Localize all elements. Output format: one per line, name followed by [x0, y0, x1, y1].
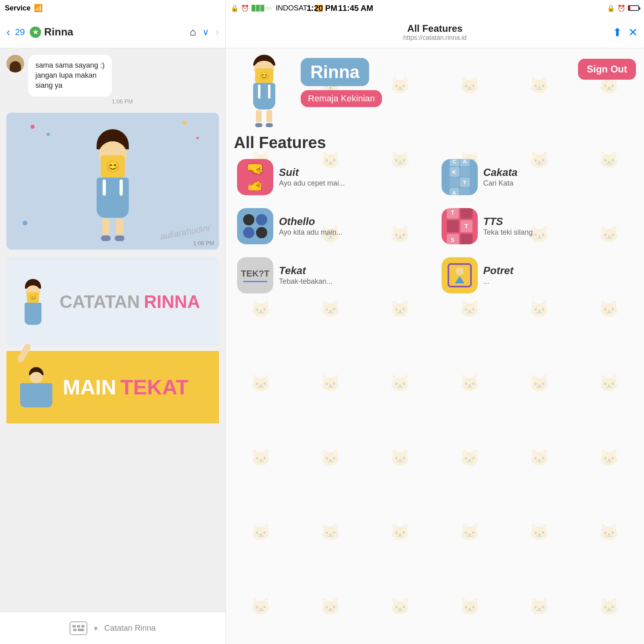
- shield-icon: ★: [30, 27, 41, 38]
- lock-icon-right: 🔒: [607, 4, 615, 12]
- catatan-word2: RINNA: [144, 292, 200, 312]
- forward-icon[interactable]: ›: [215, 26, 219, 38]
- close-icon[interactable]: ✕: [628, 25, 638, 39]
- othello-icon: [237, 208, 273, 244]
- sticker-area: 😊: [6, 113, 219, 250]
- sticker-time: 1:06 PM: [193, 240, 214, 246]
- cakata-icon: C A K T A: [442, 159, 478, 195]
- bottom-title: Catatan Rinna: [104, 623, 156, 633]
- profile-section: 😊 Ri: [226, 48, 644, 134]
- main-tekat-banner[interactable]: MAIN TEKAT: [6, 351, 219, 423]
- battery-indicator-right: ▉▉▉○○: [252, 5, 272, 11]
- sign-out-label: Sign Out: [587, 64, 627, 74]
- right-nav-title: All Features: [407, 23, 462, 34]
- suit-info: Suit Ayo adu cepet mai...: [279, 166, 429, 188]
- right-nav-url: https://catatan.rinna.id: [403, 34, 466, 41]
- message-bubble: sama sama sayang :) jangan lupa makan si…: [28, 55, 112, 97]
- message-text: sama sama sayang :) jangan lupa makan si…: [35, 61, 105, 89]
- right-status-bar: 🔒 ⏰ ▉▉▉○○ INDOSAT... 📶 11:45 AM 🔒 ⏰: [226, 0, 644, 16]
- feature-suit[interactable]: 🤜 🤛 Suit Ayo adu cepet mai...: [234, 156, 432, 198]
- cakata-name: Cakata: [483, 166, 633, 179]
- home-icon[interactable]: ⌂: [190, 26, 196, 38]
- potret-info: Potret ...: [483, 264, 633, 286]
- potret-name: Potret: [483, 264, 633, 277]
- clock-icon-right: ⏰: [617, 4, 625, 12]
- feature-tekat[interactable]: TEK?T Tekat Tebak-tebakan...: [234, 254, 432, 297]
- left-nav-bar: ‹ 29 ★ Rinna ⌂ ∨ ›: [0, 16, 225, 48]
- watermark: auliarahudinr: [159, 223, 212, 242]
- potret-desc: ...: [483, 277, 633, 286]
- tts-info: TTS Teka teki silang: [483, 215, 633, 237]
- features-title-section: All Features: [226, 134, 644, 156]
- tekat-name: Tekat: [279, 264, 429, 277]
- right-nav-bar: All Features https://catatan.rinna.id ⬆ …: [226, 16, 644, 48]
- carrier-left: Service: [5, 4, 31, 12]
- profile-name: Rinna: [310, 62, 359, 82]
- name-bubble: Rinna: [301, 58, 369, 86]
- tts-name: TTS: [483, 215, 633, 228]
- time-left: 1:20 PM: [307, 4, 337, 13]
- nav-contact-name: ★ Rinna: [30, 26, 73, 38]
- suit-desc: Ayo adu cepet mai...: [279, 179, 429, 188]
- feature-tts[interactable]: T T S TTS Teka teki silang: [438, 205, 636, 248]
- alarm-icon: ⏰: [241, 4, 249, 12]
- othello-name: Othello: [279, 215, 429, 228]
- tekat-word: TEKAT: [120, 375, 188, 399]
- chat-bottom-bar: ▾ Catatan Rinna: [0, 612, 225, 644]
- tekat-icon: TEK?T: [237, 257, 273, 293]
- feature-potret[interactable]: Potret ...: [438, 254, 636, 297]
- message-time: 1:06 PM: [28, 98, 133, 105]
- features-title: All Features: [234, 134, 326, 151]
- main-word: MAIN: [63, 375, 116, 399]
- app-panel: 🐱 🐱 🐱 🐱 🐱 🐱 🐱 🐱 🐱 🐱 🐱 🐱 🐱 🐱 🐱 🐱 🐱 🐱 🐱: [226, 48, 644, 644]
- suit-icon: 🤜 🤛: [237, 159, 273, 195]
- wifi-icon-left: 📶: [34, 4, 43, 12]
- back-chevron[interactable]: ‹: [6, 26, 10, 39]
- catatan-banner[interactable]: 😊 CATATAN RINNA: [6, 258, 219, 346]
- profile-subtitle: Remaja Kekinian: [308, 93, 375, 103]
- tts-icon: T T S: [442, 208, 478, 244]
- back-count[interactable]: 29: [15, 27, 25, 37]
- cakata-info: Cakata Cari Kata: [483, 166, 633, 188]
- time-right: 11:45 AM: [338, 4, 373, 13]
- tts-desc: Teka teki silang: [483, 228, 633, 237]
- othello-desc: Ayo kita adu main...: [279, 228, 429, 237]
- chevron-down-bottom[interactable]: ▾: [94, 623, 98, 633]
- tekat-desc: Tebak-tebakan...: [279, 277, 429, 286]
- feature-cakata[interactable]: C A K T A: [438, 156, 636, 198]
- subtitle-bubble: Remaja Kekinian: [301, 90, 382, 107]
- chat-panel: sama sama sayang :) jangan lupa makan si…: [0, 48, 225, 644]
- tekat-info: Tekat Tebak-tebakan...: [279, 264, 429, 286]
- suit-name: Suit: [279, 166, 429, 179]
- potret-icon: [442, 257, 478, 293]
- chat-messages: sama sama sayang :) jangan lupa makan si…: [0, 48, 225, 612]
- catatan-word1: CATATAN: [60, 292, 140, 312]
- features-grid: 🤜 🤛 Suit Ayo adu cepet mai... C: [226, 156, 644, 297]
- cakata-desc: Cari Kata: [483, 179, 633, 188]
- sign-out-wrapper: Sign Out: [578, 59, 636, 80]
- battery-icon-right: [628, 5, 639, 11]
- app-content: 😊 Ri: [226, 48, 644, 596]
- feature-othello[interactable]: Othello Ayo kita adu main...: [234, 205, 432, 248]
- keyboard-icon[interactable]: [70, 621, 87, 635]
- left-status-bar: Service 📶 1:20 PM: [0, 0, 225, 16]
- share-icon[interactable]: ⬆: [613, 25, 622, 39]
- lock-icon: 🔒: [231, 4, 239, 12]
- sign-out-button[interactable]: Sign Out: [578, 59, 636, 80]
- chevron-down-icon[interactable]: ∨: [202, 27, 209, 37]
- othello-info: Othello Ayo kita adu main...: [279, 215, 429, 237]
